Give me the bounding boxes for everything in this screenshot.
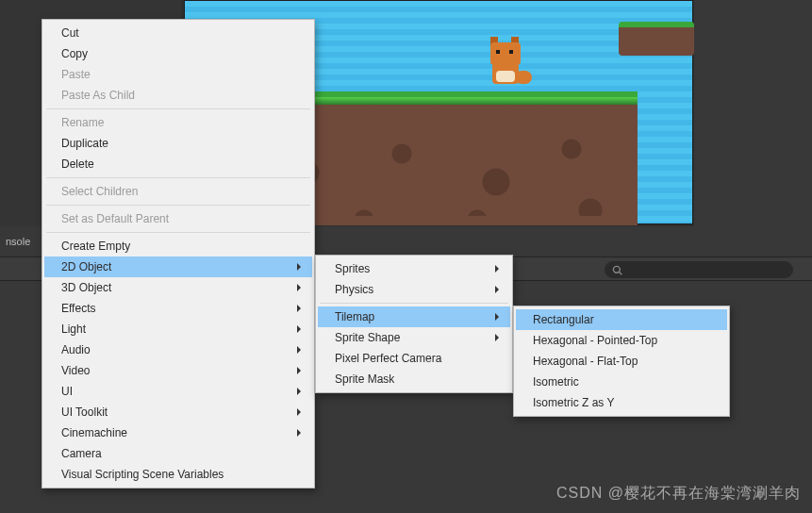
menu-item-light[interactable]: Light	[44, 319, 312, 339]
svg-point-0	[613, 266, 620, 273]
menu-item-hexagonal-flat-top[interactable]: Hexagonal - Flat-Top	[516, 351, 727, 372]
menu-separator	[46, 177, 310, 178]
menu-item-ui-toolkit[interactable]: UI Toolkit	[44, 402, 312, 422]
menu-item-isometric[interactable]: Isometric	[516, 372, 727, 392]
menu-item-physics[interactable]: Physics	[318, 279, 510, 300]
menu-item-rectangular[interactable]: Rectangular	[516, 309, 727, 330]
console-tab-label[interactable]: nsole	[0, 232, 36, 251]
menu-item-audio[interactable]: Audio	[44, 339, 312, 360]
menu-item-2d-object[interactable]: 2D Object	[44, 256, 312, 277]
menu-item-pixel-perfect-camera[interactable]: Pixel Perfect Camera	[318, 348, 510, 369]
menu-item-select-children: Select Children	[44, 181, 312, 202]
menu-item-visual-scripting-scene-variables[interactable]: Visual Scripting Scene Variables	[44, 464, 312, 485]
context-menu-2d-object: SpritesPhysicsTilemapSprite ShapePixel P…	[315, 255, 513, 393]
menu-item-hexagonal-pointed-top[interactable]: Hexagonal - Pointed-Top	[516, 330, 727, 351]
search-input[interactable]	[605, 261, 793, 278]
menu-item-camera[interactable]: Camera	[44, 443, 312, 464]
menu-item-isometric-z-as-y[interactable]: Isometric Z as Y	[516, 392, 727, 413]
menu-item-duplicate[interactable]: Duplicate	[44, 133, 312, 154]
menu-item-sprite-mask[interactable]: Sprite Mask	[318, 369, 510, 389]
menu-separator	[46, 232, 310, 233]
menu-separator	[46, 205, 310, 206]
menu-separator	[46, 108, 310, 109]
menu-item-sprites[interactable]: Sprites	[318, 258, 510, 279]
menu-item-create-empty[interactable]: Create Empty	[44, 236, 312, 256]
menu-item-tilemap[interactable]: Tilemap	[318, 306, 510, 327]
context-menu-main: CutCopyPastePaste As ChildRenameDuplicat…	[41, 19, 315, 488]
fox-sprite	[483, 42, 528, 93]
menu-item-paste: Paste	[44, 64, 312, 85]
menu-item-3d-object[interactable]: 3D Object	[44, 277, 312, 298]
menu-item-effects[interactable]: Effects	[44, 298, 312, 319]
menu-item-copy[interactable]: Copy	[44, 43, 312, 64]
menu-item-video[interactable]: Video	[44, 360, 312, 381]
floating-island	[619, 22, 694, 56]
svg-line-1	[620, 272, 622, 274]
menu-item-paste-as-child: Paste As Child	[44, 85, 312, 106]
search-icon	[612, 265, 622, 275]
menu-item-cut[interactable]: Cut	[44, 23, 312, 43]
menu-item-ui[interactable]: UI	[44, 381, 312, 402]
menu-item-delete[interactable]: Delete	[44, 154, 312, 174]
menu-separator	[320, 303, 508, 304]
context-menu-tilemap: RectangularHexagonal - Pointed-TopHexago…	[513, 306, 730, 417]
menu-item-rename: Rename	[44, 112, 312, 133]
watermark-text: CSDN @樱花不再在海棠湾涮羊肉	[556, 484, 801, 504]
menu-item-set-as-default-parent: Set as Default Parent	[44, 208, 312, 229]
menu-item-cinemachine[interactable]: Cinemachine	[44, 422, 312, 443]
menu-item-sprite-shape[interactable]: Sprite Shape	[318, 327, 510, 348]
